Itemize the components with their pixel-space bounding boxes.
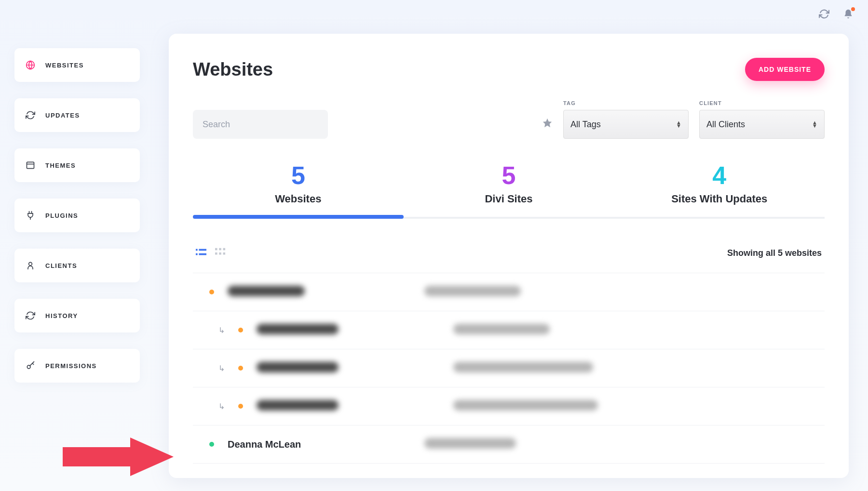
site-row[interactable]: ↳ [193, 387, 825, 425]
stat-value: 5 [193, 163, 404, 188]
stat-tab[interactable]: 5Websites [193, 163, 404, 217]
tag-filter-label: TAG [563, 100, 689, 106]
refresh-icon[interactable] [819, 9, 829, 21]
sidebar-item-label: PERMISSIONS [45, 362, 97, 370]
stat-value: 4 [614, 163, 825, 188]
view-toggles [196, 248, 226, 258]
bell-icon[interactable] [843, 9, 854, 21]
sidebar-item-label: UPDATES [45, 112, 80, 119]
window-icon [25, 160, 36, 171]
sidebar-item-permissions[interactable]: PERMISSIONS [14, 349, 140, 383]
site-row[interactable] [193, 273, 825, 311]
grid-view-toggle[interactable] [215, 248, 226, 258]
svg-rect-15 [215, 252, 217, 255]
svg-rect-16 [219, 252, 221, 255]
svg-rect-2 [27, 162, 34, 168]
sidebar-item-label: CLIENTS [45, 262, 77, 269]
status-dot [238, 328, 243, 332]
svg-rect-14 [223, 248, 226, 251]
stat-value: 5 [404, 163, 614, 188]
site-name [228, 286, 411, 298]
tag-filter-select[interactable]: All Tags ▲▼ [563, 110, 689, 139]
site-row[interactable]: ↳ [193, 349, 825, 387]
status-dot [209, 290, 214, 294]
site-url [453, 324, 822, 336]
tag-filter-group: TAG All Tags ▲▼ [563, 100, 689, 139]
tag-filter-value: All Tags [570, 119, 601, 130]
stat-label: Websites [193, 193, 404, 205]
sidebar-item-history[interactable]: HISTORY [14, 299, 140, 332]
stats-tabs: 5Websites5Divi Sites4Sites With Updates [193, 163, 825, 219]
sidebar-item-plugins[interactable]: PLUGINS [14, 199, 140, 232]
client-filter-select[interactable]: All Clients ▲▼ [699, 110, 825, 139]
sidebar-item-label: WEBSITES [45, 62, 84, 69]
select-arrows-icon: ▲▼ [676, 121, 681, 128]
notification-dot [851, 7, 855, 11]
key-icon [25, 360, 36, 371]
indent-icon: ↳ [196, 364, 225, 373]
site-url [424, 438, 822, 451]
site-name [257, 362, 440, 374]
client-filter-label: CLIENT [699, 100, 825, 106]
status-dot [238, 404, 243, 409]
svg-rect-9 [199, 249, 206, 251]
stat-label: Divi Sites [404, 193, 614, 205]
svg-rect-13 [219, 248, 221, 251]
svg-rect-12 [215, 248, 217, 251]
svg-rect-10 [196, 253, 198, 255]
site-name [257, 400, 440, 412]
svg-point-5 [29, 262, 32, 265]
svg-rect-8 [196, 249, 198, 251]
site-name [257, 324, 440, 336]
indent-icon: ↳ [196, 402, 225, 411]
site-name: Deanna McLean [228, 439, 411, 450]
stat-label: Sites With Updates [614, 193, 825, 205]
svg-rect-11 [199, 253, 206, 255]
refresh-icon [25, 110, 36, 120]
site-row[interactable]: ↳ [193, 311, 825, 349]
result-count: Showing all 5 websites [727, 248, 822, 258]
client-filter-value: All Clients [706, 119, 745, 130]
refresh-icon [25, 310, 36, 321]
svg-rect-17 [223, 252, 226, 255]
sidebar-item-clients[interactable]: CLIENTS [14, 249, 140, 282]
list-toolbar: Showing all 5 websites [193, 248, 825, 273]
stat-tab[interactable]: 5Divi Sites [404, 163, 614, 217]
select-arrows-icon: ▲▼ [812, 121, 817, 128]
site-url [453, 400, 822, 412]
sidebar-item-websites[interactable]: WEBSITES [14, 48, 140, 82]
svg-marker-7 [543, 119, 552, 127]
site-url [424, 286, 822, 298]
plug-icon [25, 210, 36, 221]
sidebar-item-updates[interactable]: UPDATES [14, 98, 140, 132]
topbar [819, 9, 854, 21]
search-input[interactable] [193, 110, 328, 139]
favorite-filter-icon[interactable] [542, 118, 553, 130]
site-row[interactable]: Deanna McLean [193, 425, 825, 464]
site-url [453, 362, 822, 374]
sidebar: WEBSITES UPDATES THEMES PLUGINS CLIENTS [14, 34, 140, 383]
globe-icon [25, 60, 36, 70]
sidebar-item-label: THEMES [45, 162, 76, 169]
sidebar-item-label: PLUGINS [45, 212, 78, 219]
add-website-button[interactable]: ADD WEBSITE [745, 58, 825, 81]
stat-tab[interactable]: 4Sites With Updates [614, 163, 825, 217]
indent-icon: ↳ [196, 326, 225, 335]
sidebar-item-themes[interactable]: THEMES [14, 148, 140, 182]
main-card: Websites ADD WEBSITE TAG All Tags ▲▼ CLI… [169, 34, 849, 478]
page-title: Websites [193, 59, 273, 80]
status-dot [238, 366, 243, 371]
list-view-toggle[interactable] [196, 248, 206, 258]
status-dot [209, 442, 214, 447]
client-filter-group: CLIENT All Clients ▲▼ [699, 100, 825, 139]
filter-row: TAG All Tags ▲▼ CLIENT All Clients ▲▼ [193, 100, 825, 139]
header-row: Websites ADD WEBSITE [193, 58, 825, 81]
sidebar-item-label: HISTORY [45, 312, 78, 319]
user-icon [25, 260, 36, 271]
site-list: ↳↳↳Deanna McLean [193, 273, 825, 464]
